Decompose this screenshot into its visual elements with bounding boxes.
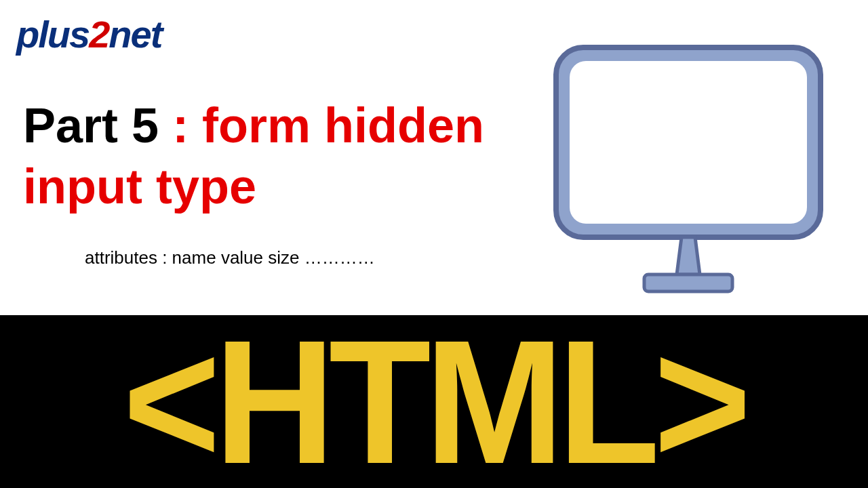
html-banner-text: <HTML> (123, 314, 745, 489)
subtitle: attributes : name value size ………… (85, 247, 375, 268)
svg-rect-1 (570, 61, 807, 224)
logo: plus2net (16, 12, 161, 56)
logo-part3: net (108, 13, 161, 56)
title-prefix: Part 5 (23, 98, 172, 152)
monitor-icon (549, 41, 827, 298)
logo-part2: 2 (89, 13, 108, 56)
logo-part1: plus (16, 13, 89, 56)
svg-rect-2 (644, 274, 732, 291)
html-banner: <HTML> (0, 315, 868, 488)
page-title: Part 5 : form hidden input type (23, 95, 511, 217)
